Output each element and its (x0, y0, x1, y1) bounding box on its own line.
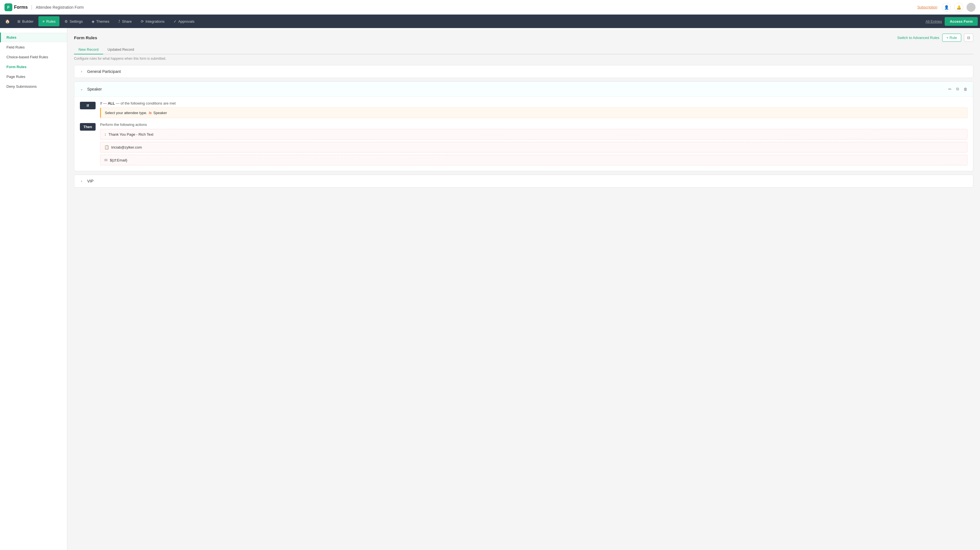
users-icon[interactable]: 👤 (942, 3, 951, 12)
action-item-thank-you-label: Thank You Page - Rich Text (108, 132, 153, 137)
sidebar-item-field-rules[interactable]: Field Rules (0, 42, 67, 52)
sidebar-item-page-rules-label: Page Rules (6, 75, 25, 79)
share-icon: ⤴ (118, 19, 120, 24)
filter-button[interactable]: ⊟ (964, 33, 973, 42)
tab-rules[interactable]: ≡ Rules (38, 16, 59, 26)
rule-body-speaker: If If — ALL — of the following condition… (74, 97, 973, 171)
record-tabs: New Record Updated Record (74, 45, 973, 54)
tab-integrations-label: Integrations (145, 19, 165, 24)
form-title: Attendee Registration Form (36, 5, 84, 10)
tab-integrations[interactable]: ⟳ Integrations (137, 16, 169, 26)
condition-label: If — ALL — of the following conditions a… (100, 101, 967, 105)
is-badge: Is (149, 111, 152, 115)
integrations-icon: ⟳ (141, 19, 144, 24)
themes-icon: ◈ (92, 19, 94, 24)
builder-icon: ⊞ (18, 19, 21, 24)
action-item-email-tricia-label: triciab@zylker.com (111, 145, 142, 149)
top-bar-icons: 👤 🔔 (942, 3, 975, 12)
condition-label-prefix: If — (100, 101, 108, 105)
sidebar-item-form-rules[interactable]: Form Rules (0, 62, 67, 72)
action-item-thank-you-page[interactable]: ↕ Thank You Page - Rich Text (100, 129, 967, 140)
rule-card-vip-title: VIP (87, 179, 969, 183)
switch-advanced-link[interactable]: Switch to Advanced Rules (897, 36, 939, 40)
tab-builder[interactable]: ⊞ Builder (13, 16, 37, 26)
delete-rule-button[interactable]: 🗑 (963, 86, 969, 92)
rule-card-general-participant: › General Participant (74, 65, 973, 78)
action-item-email-tricia[interactable]: 📋 triciab@zylker.com (100, 142, 967, 153)
app-name: Forms (14, 5, 28, 10)
section-actions: Switch to Advanced Rules + Rule ⊟ (897, 33, 973, 42)
sidebar-item-deny-submissions-label: Deny Submissions (6, 84, 37, 89)
condition-value: Speaker (153, 111, 167, 115)
rule-card-speaker: ⌄ Speaker ✏ ⧉ 🗑 If If — ALL — o (74, 81, 973, 171)
nav-bar: 🏠 ⊞ Builder ≡ Rules ⚙ Settings ◈ Themes … (0, 14, 980, 28)
action-item-email-zf[interactable]: ✉ ${zf:Email} (100, 155, 967, 165)
main-layout: Rules Field Rules Choice-based Field Rul… (0, 28, 980, 550)
section-title: Form Rules (74, 35, 97, 40)
filter-icon: ⊟ (967, 36, 970, 40)
rules-icon: ≡ (42, 19, 45, 24)
chevron-right-icon: › (79, 70, 84, 73)
avatar[interactable] (967, 3, 975, 12)
sidebar-item-rules-label: Rules (6, 35, 16, 40)
sidebar-item-page-rules[interactable]: Page Rules (0, 72, 67, 81)
sidebar-item-form-rules-label: Form Rules (6, 65, 27, 69)
tab-settings-label: Settings (70, 19, 83, 24)
condition-label-suffix: — of the following conditions are met (116, 101, 175, 105)
sidebar: Rules Field Rules Choice-based Field Rul… (0, 28, 67, 550)
all-entries-link[interactable]: All Entries (926, 19, 942, 24)
app-logo: F Forms (5, 3, 28, 11)
rule-card-vip: › VIP (74, 175, 973, 188)
condition-pill[interactable]: Select your attendee type. Is Speaker (100, 108, 967, 118)
then-content: Perform the following actions ↕ Thank Yo… (100, 122, 967, 165)
rule-card-general-participant-title: General Participant (87, 69, 969, 74)
rule-card-vip-header[interactable]: › VIP (74, 175, 973, 187)
tab-themes[interactable]: ◈ Themes (88, 16, 113, 26)
approvals-icon: ✓ (173, 19, 177, 24)
add-rule-button[interactable]: + Rule (942, 33, 961, 42)
tab-approvals[interactable]: ✓ Approvals (170, 16, 199, 26)
tab-new-record-label: New Record (78, 48, 99, 52)
edit-rule-button[interactable]: ✏ (947, 86, 953, 92)
rule-card-speaker-title: Speaker (87, 87, 944, 91)
copy-rule-button[interactable]: ⧉ (955, 86, 960, 92)
then-section: Then Perform the following actions ↕ Tha… (80, 122, 967, 165)
if-badge: If (80, 102, 95, 109)
tab-settings[interactable]: ⚙ Settings (60, 16, 87, 26)
bell-icon[interactable]: 🔔 (954, 3, 963, 12)
top-bar: F Forms | Attendee Registration Form Sub… (0, 0, 980, 14)
document-icon: 📋 (104, 145, 109, 149)
if-section: If If — ALL — of the following condition… (80, 101, 967, 118)
subscription-link[interactable]: Subscription (917, 5, 937, 9)
sidebar-item-choice-field-rules[interactable]: Choice-based Field Rules (0, 52, 67, 62)
content-area: Form Rules Switch to Advanced Rules + Ru… (67, 28, 980, 550)
then-badge: Then (80, 123, 95, 130)
home-icon[interactable]: 🏠 (2, 16, 12, 26)
sidebar-item-rules[interactable]: Rules (0, 32, 67, 42)
sidebar-item-deny-submissions[interactable]: Deny Submissions (0, 81, 67, 91)
tab-updated-record-label: Updated Record (108, 48, 134, 52)
nav-right: All Entries Access Form (926, 17, 978, 26)
rich-text-icon: ↕ (104, 132, 106, 137)
envelope-icon: ✉ (104, 158, 108, 162)
config-text: Configure rules for what happens when th… (74, 57, 973, 60)
chevron-right-vip-icon: › (79, 179, 84, 183)
tab-share-label: Share (122, 19, 132, 24)
separator: | (31, 4, 32, 10)
access-form-button[interactable]: Access Form (945, 17, 978, 26)
rule-card-speaker-header[interactable]: ⌄ Speaker ✏ ⧉ 🗑 (74, 81, 973, 97)
tab-new-record[interactable]: New Record (74, 45, 103, 54)
tab-updated-record[interactable]: Updated Record (103, 45, 139, 54)
settings-icon: ⚙ (64, 19, 68, 24)
tab-themes-label: Themes (96, 19, 109, 24)
section-header: Form Rules Switch to Advanced Rules + Ru… (74, 33, 973, 42)
top-bar-right: Subscription 👤 🔔 (917, 3, 975, 12)
rule-card-speaker-actions: ✏ ⧉ 🗑 (947, 86, 969, 92)
sidebar-item-choice-field-rules-label: Choice-based Field Rules (6, 55, 48, 59)
chevron-down-icon: ⌄ (79, 87, 84, 91)
tab-approvals-label: Approvals (178, 19, 194, 24)
logo-icon: F (5, 3, 12, 11)
rule-card-general-participant-header[interactable]: › General Participant (74, 65, 973, 78)
tab-share[interactable]: ⤴ Share (115, 16, 136, 26)
sidebar-item-field-rules-label: Field Rules (6, 45, 25, 49)
